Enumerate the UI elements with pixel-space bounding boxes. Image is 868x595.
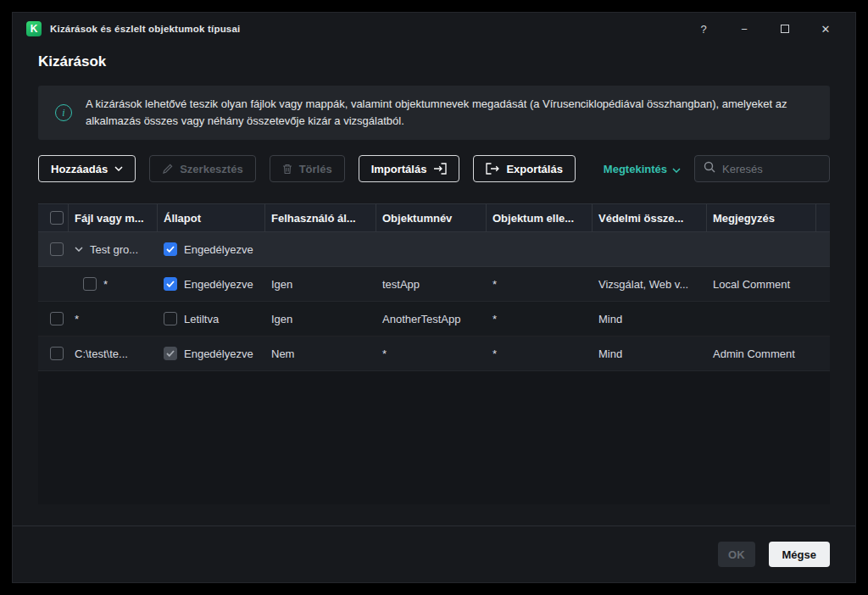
export-button[interactable]: Exportálás	[473, 155, 575, 182]
user-defined: Igen	[271, 278, 292, 291]
maximize-icon	[781, 25, 789, 33]
table-body: Test gro... Engedélyezve *	[38, 232, 830, 371]
window-title: Kizárások és észlelt objektumok típusai	[50, 24, 240, 34]
column-header-file[interactable]: Fájl vagy m...	[69, 204, 158, 231]
row-select-checkbox[interactable]	[83, 277, 97, 291]
column-header-status[interactable]: Állapot	[158, 204, 265, 231]
protection-components: Mind	[598, 348, 622, 360]
kaspersky-logo-icon: K	[26, 21, 42, 36]
row-select-checkbox[interactable]	[50, 242, 64, 256]
toolbar: Hozzáadás Szerkesztés Törlés Importálás …	[38, 155, 830, 182]
status-label: Engedélyezve	[184, 348, 253, 360]
table-row[interactable]: * Letiltva Igen AnotherTestApp * Mind	[38, 302, 830, 336]
object-name: testApp	[382, 278, 420, 291]
file-path: C:\test\te...	[75, 348, 128, 360]
dialog-window: K Kizárások és észlelt objektumok típusa…	[12, 12, 856, 583]
protection-components: Mind	[598, 313, 622, 325]
user-defined: Nem	[271, 348, 294, 360]
search-input[interactable]	[722, 163, 821, 175]
help-button[interactable]: ?	[698, 23, 709, 35]
close-button[interactable]: ✕	[820, 23, 832, 35]
edit-button[interactable]: Szerkesztés	[149, 155, 255, 182]
column-header-user[interactable]: Felhasználó ál...	[265, 204, 376, 231]
user-defined: Igen	[271, 313, 292, 325]
status-checkbox[interactable]	[164, 277, 177, 291]
status-label: Engedélyezve	[184, 278, 253, 291]
delete-button-label: Törlés	[299, 163, 332, 175]
view-button-label: Megtekintés	[604, 163, 667, 175]
view-button[interactable]: Megtekintés	[604, 163, 681, 175]
search-box[interactable]	[694, 155, 830, 182]
export-button-label: Exportálás	[506, 163, 562, 175]
object-detect: *	[492, 313, 497, 325]
page-title: Kizárások	[38, 52, 830, 72]
table-header-row: Fájl vagy m... Állapot Felhasználó ál...…	[38, 203, 830, 232]
column-header-protection[interactable]: Védelmi össze...	[593, 204, 707, 231]
column-header-detect[interactable]: Objektum elle...	[487, 204, 593, 231]
titlebar: K Kizárások és észlelt objektumok típusa…	[13, 13, 855, 45]
file-mask: *	[75, 313, 79, 325]
table-row[interactable]: * Engedélyezve Igen testApp * Vizsgálat,…	[38, 267, 830, 302]
status-label: Letiltva	[184, 313, 219, 325]
edit-button-label: Szerkesztés	[180, 163, 242, 175]
import-button-label: Importálás	[371, 163, 427, 175]
protection-components: Vizsgálat, Web v...	[598, 278, 688, 291]
table-row[interactable]: C:\test\te... Engedélyezve Nem * * Mind …	[38, 336, 830, 371]
object-detect: *	[492, 278, 497, 291]
chevron-down-icon	[672, 163, 681, 175]
status-label: Engedélyezve	[184, 243, 253, 256]
status-checkbox[interactable]	[164, 242, 177, 256]
object-name: AnotherTestApp	[382, 313, 461, 325]
info-banner-text: A kizárások lehetővé teszik olyan fájlok…	[86, 96, 813, 130]
object-detect: *	[492, 348, 497, 360]
comment: Admin Comment	[713, 348, 795, 360]
import-icon	[433, 163, 447, 175]
cancel-button[interactable]: Mégse	[769, 542, 830, 567]
add-button-label: Hozzáadás	[51, 163, 108, 175]
column-header-comment[interactable]: Megjegyzés	[707, 204, 816, 231]
table-row-group[interactable]: Test gro... Engedélyezve	[38, 232, 830, 267]
ok-button[interactable]: OK	[718, 542, 755, 567]
group-name: Test gro...	[90, 243, 138, 256]
status-checkbox[interactable]	[164, 312, 177, 325]
add-button[interactable]: Hozzáadás	[38, 155, 136, 182]
import-button[interactable]: Importálás	[359, 155, 460, 182]
minimize-button[interactable]: −	[738, 23, 750, 35]
footer: OK Mégse	[13, 525, 855, 582]
row-select-checkbox[interactable]	[50, 312, 64, 325]
select-all-checkbox[interactable]	[50, 211, 64, 225]
pencil-icon	[162, 164, 173, 175]
search-icon	[704, 161, 715, 176]
object-name: *	[382, 348, 387, 360]
delete-button[interactable]: Törlés	[270, 155, 345, 182]
chevron-down-icon	[114, 166, 123, 171]
info-icon: i	[55, 104, 72, 121]
exclusions-table: Fájl vagy m... Állapot Felhasználó ál...…	[38, 203, 830, 504]
export-icon	[486, 163, 499, 175]
trash-icon	[282, 164, 292, 175]
info-banner: i A kizárások lehetővé teszik olyan fájl…	[38, 86, 830, 140]
column-header-object[interactable]: Objektumnév	[376, 204, 487, 231]
row-select-checkbox[interactable]	[50, 347, 64, 360]
file-mask: *	[103, 278, 108, 291]
comment: Local Comment	[713, 278, 790, 291]
status-checkbox[interactable]	[164, 347, 177, 360]
maximize-button[interactable]	[779, 23, 791, 35]
chevron-down-icon[interactable]	[75, 247, 83, 252]
